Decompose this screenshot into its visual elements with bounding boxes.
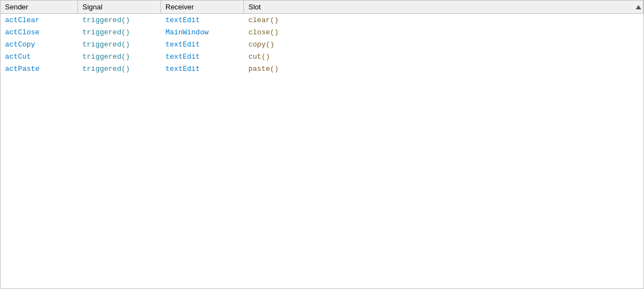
cell-slot: copy() bbox=[244, 38, 643, 50]
header-receiver[interactable]: Receiver bbox=[161, 1, 244, 13]
header-slot[interactable]: Slot bbox=[244, 1, 643, 13]
cell-receiver: textEdit bbox=[161, 14, 244, 26]
table-header: Sender Signal Receiver Slot bbox=[1, 1, 643, 14]
cell-slot: paste() bbox=[244, 63, 643, 75]
table-row[interactable]: actPastetriggered()textEditpaste() bbox=[1, 63, 643, 75]
cell-signal: triggered() bbox=[78, 63, 161, 75]
table-row[interactable]: actCuttriggered()textEditcut() bbox=[1, 50, 643, 63]
cell-signal: triggered() bbox=[78, 38, 161, 50]
cell-signal: triggered() bbox=[78, 26, 161, 38]
table-row[interactable]: actCleartriggered()textEditclear() bbox=[1, 14, 643, 26]
cell-signal: triggered() bbox=[78, 50, 161, 63]
table-body: actCleartriggered()textEditclear()actClo… bbox=[1, 14, 643, 75]
cell-slot: cut() bbox=[244, 50, 643, 63]
table-row[interactable]: actClosetriggered()MainWindowclose() bbox=[1, 26, 643, 38]
cell-receiver: textEdit bbox=[161, 38, 244, 50]
cell-slot: clear() bbox=[244, 14, 643, 26]
table-row[interactable]: actCopytriggered()textEditcopy() bbox=[1, 38, 643, 50]
cell-sender: actCopy bbox=[1, 38, 78, 50]
header-signal[interactable]: Signal bbox=[78, 1, 161, 13]
header-sender[interactable]: Sender bbox=[1, 1, 78, 13]
cell-slot: close() bbox=[244, 26, 643, 38]
cell-receiver: textEdit bbox=[161, 63, 244, 75]
sort-ascending-icon bbox=[636, 5, 641, 9]
cell-sender: actClear bbox=[1, 14, 78, 26]
cell-signal: triggered() bbox=[78, 14, 161, 26]
cell-sender: actPaste bbox=[1, 63, 78, 75]
signals-table: Sender Signal Receiver Slot actCleartrig… bbox=[0, 0, 644, 289]
cell-sender: actClose bbox=[1, 26, 78, 38]
cell-receiver: MainWindow bbox=[161, 26, 244, 38]
cell-receiver: textEdit bbox=[161, 50, 244, 63]
cell-sender: actCut bbox=[1, 50, 78, 63]
